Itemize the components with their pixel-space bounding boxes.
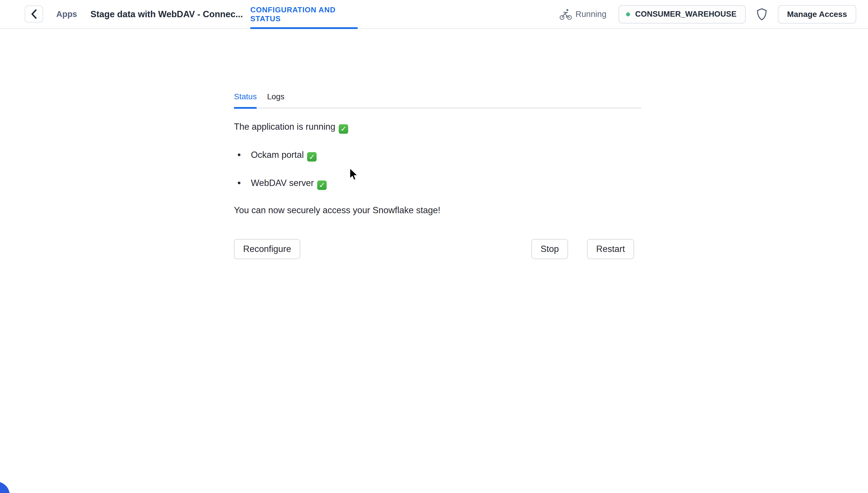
status-logs-tabs: Status Logs xyxy=(234,29,641,108)
stop-button[interactable]: Stop xyxy=(531,239,568,259)
list-item-label: Ockam portal xyxy=(251,150,304,160)
tab-configuration-and-status[interactable]: CONFIGURATION AND STATUS xyxy=(250,0,358,28)
list-item-webdav-server: WebDAV server✓ xyxy=(234,178,641,190)
manage-access-button[interactable]: Manage Access xyxy=(778,5,856,23)
warehouse-active-dot xyxy=(626,12,630,16)
top-navigation-bar: Apps Stage data with WebDAV - Connec... … xyxy=(0,0,868,29)
app-content-column: Status Logs The application is running✓ … xyxy=(234,29,641,259)
breadcrumb-apps-link[interactable]: Apps xyxy=(56,0,77,28)
page-title: Stage data with WebDAV - Connec... xyxy=(90,0,243,28)
running-message-text: The application is running xyxy=(234,122,335,132)
component-status-list: Ockam portal✓ WebDAV server✓ xyxy=(234,150,641,190)
corner-floating-button[interactable] xyxy=(0,481,10,493)
check-emoji: ✓ xyxy=(307,152,317,162)
check-emoji: ✓ xyxy=(339,124,348,134)
app-status-indicator: Running xyxy=(559,8,607,20)
chevron-left-icon xyxy=(31,9,37,19)
action-buttons-row: Reconfigure Stop Restart xyxy=(234,239,641,259)
cyclist-running-icon xyxy=(559,8,572,20)
topbar-right-cluster: Running CONSUMER_WAREHOUSE Manage Access xyxy=(559,0,856,28)
security-shield-button[interactable] xyxy=(754,5,770,23)
tab-logs[interactable]: Logs xyxy=(267,92,284,108)
list-item-ockam-portal: Ockam portal✓ xyxy=(234,150,641,162)
warehouse-selector-button[interactable]: CONSUMER_WAREHOUSE xyxy=(618,5,746,23)
running-message: The application is running✓ xyxy=(234,122,641,134)
list-item-label: WebDAV server xyxy=(251,178,314,188)
app-window: Apps Stage data with WebDAV - Connec... … xyxy=(0,0,868,493)
check-emoji: ✓ xyxy=(317,180,327,190)
warehouse-name: CONSUMER_WAREHOUSE xyxy=(635,10,737,19)
closing-message: You can now securely access your Snowfla… xyxy=(234,205,641,215)
restart-button[interactable]: Restart xyxy=(587,239,634,259)
app-status-label: Running xyxy=(575,9,607,19)
reconfigure-button[interactable]: Reconfigure xyxy=(234,239,300,259)
back-button[interactable] xyxy=(25,5,43,23)
active-tab-underline xyxy=(250,27,358,29)
shield-icon xyxy=(757,8,767,21)
tab-status[interactable]: Status xyxy=(234,92,257,109)
